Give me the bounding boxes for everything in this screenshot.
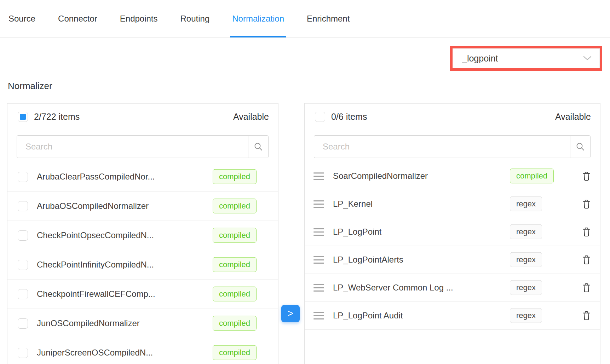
normalizer-name: ArubaClearPassCompiledNor... (37, 172, 155, 182)
normalizer-name: LP_LogPointAlerts (333, 255, 403, 265)
delete-button[interactable] (582, 227, 591, 237)
delete-button[interactable] (582, 311, 591, 321)
status-badge: regex (510, 308, 542, 323)
row-checkbox[interactable] (18, 260, 28, 270)
delete-button[interactable] (582, 283, 591, 293)
tab-label: Enrichment (307, 14, 350, 24)
tab[interactable]: Connector (58, 0, 97, 37)
trash-icon (582, 227, 591, 237)
row-checkbox[interactable] (18, 289, 28, 299)
tab[interactable]: Routing (180, 0, 210, 37)
normalizer-name: SoarCompiledNormalizer (333, 171, 428, 181)
dropdown-selected-value: _logpoint (462, 53, 498, 64)
delete-button[interactable] (582, 199, 591, 209)
status-badge: compiled (213, 345, 257, 360)
trash-icon (582, 255, 591, 265)
selected-normalizer-list: SoarCompiledNormalizer compiled LP_Kerne… (305, 162, 600, 330)
list-item: LP_WebServer Common Log ... regex (305, 274, 600, 302)
available-normalizer-list: ArubaClearPassCompiledNor... compiled Ar… (7, 162, 278, 364)
tab[interactable]: Source (8, 0, 35, 37)
status-badge: compiled (213, 257, 257, 272)
normalization-page: Source Connector Endpoints Routing Norma… (0, 0, 610, 364)
tab-label: Routing (180, 14, 210, 24)
tab-label: Source (8, 14, 35, 24)
available-label: Available (233, 112, 269, 122)
drag-handle-icon[interactable] (313, 284, 324, 292)
list-item: LP_LogPointAlerts regex (305, 246, 600, 274)
tab[interactable]: Enrichment (307, 0, 350, 37)
list-item: LP_LogPoint Audit regex (305, 302, 600, 330)
items-count: 0/6 items (331, 112, 367, 122)
delete-button[interactable] (582, 171, 591, 181)
select-all-checkbox[interactable] (18, 112, 28, 122)
search-input[interactable] (314, 136, 570, 158)
normalizer-name: CheckPointOpsecCompiledN... (37, 230, 154, 240)
available-normalizers-panel: 2/722 items Available ArubaClearPassComp… (7, 103, 278, 364)
tab[interactable]: Endpoints (120, 0, 158, 37)
list-item: LP_Kernel regex (305, 190, 600, 218)
trash-icon (582, 283, 591, 293)
left-search-bar (17, 135, 269, 158)
drag-handle-icon[interactable] (313, 312, 324, 319)
annotation-highlight-box: _logpoint (450, 46, 602, 71)
drag-handle-icon[interactable] (313, 200, 324, 208)
row-checkbox[interactable] (18, 172, 28, 182)
normalizer-name: CheckPointInfinityCompiledN... (37, 260, 154, 270)
row-checkbox[interactable] (18, 230, 28, 241)
status-badge: regex (510, 280, 542, 295)
row-checkbox[interactable] (18, 201, 28, 211)
page-title: Normalizer (8, 81, 52, 92)
status-badge: compiled (213, 228, 257, 243)
items-count: 2/722 items (34, 112, 80, 122)
normalization-policy-dropdown[interactable]: _logpoint (453, 48, 600, 68)
left-panel-header: 2/722 items Available (7, 104, 278, 130)
normalizer-name: CheckpointFirewallCEFComp... (37, 289, 155, 299)
chevron-down-icon (583, 56, 592, 61)
status-badge: regex (510, 252, 542, 267)
tab-label: Normalization (232, 14, 284, 24)
list-item: LP_LogPoint regex (305, 218, 600, 246)
search-input[interactable] (17, 136, 248, 158)
normalizer-name: JuniperScreenOSCompiledN... (37, 348, 153, 358)
search-icon (254, 142, 263, 151)
delete-button[interactable] (582, 255, 591, 265)
status-badge: compiled (213, 316, 257, 331)
status-badge: regex (510, 196, 542, 211)
normalizer-name: ArubaOSCompiledNormalizer (37, 201, 149, 211)
normalizer-name: LP_LogPoint Audit (333, 311, 403, 321)
list-item: CheckpointFirewallCEFComp... compiled (7, 280, 278, 309)
search-button[interactable] (570, 136, 590, 158)
list-item: ArubaOSCompiledNormalizer compiled (7, 192, 278, 221)
drag-handle-icon[interactable] (313, 172, 324, 180)
list-item: CheckPointInfinityCompiledN... compiled (7, 250, 278, 280)
list-item: CheckPointOpsecCompiledN... compiled (7, 221, 278, 250)
tab-bar: Source Connector Endpoints Routing Norma… (0, 0, 610, 38)
status-badge: regex (510, 224, 542, 239)
status-badge: compiled (213, 287, 257, 301)
trash-icon (582, 311, 591, 321)
select-all-checkbox[interactable] (315, 112, 325, 122)
normalizer-name: LP_WebServer Common Log ... (333, 283, 453, 293)
normalizer-name: LP_LogPoint (333, 227, 381, 237)
normalizer-name: JunOSCompiledNormalizer (37, 318, 140, 328)
row-checkbox[interactable] (18, 318, 28, 329)
drag-handle-icon[interactable] (313, 228, 324, 236)
trash-icon (582, 199, 591, 209)
drag-handle-icon[interactable] (313, 256, 324, 264)
search-icon (576, 142, 585, 151)
search-button[interactable] (248, 136, 268, 158)
selected-normalizers-panel: 0/6 items Available SoarCompiledNormaliz… (304, 103, 600, 364)
tab-label: Endpoints (120, 14, 158, 24)
right-search-bar (314, 135, 591, 158)
status-badge: compiled (213, 199, 257, 213)
normalizer-name: LP_Kernel (333, 199, 373, 209)
tab-label: Connector (58, 14, 97, 24)
tab[interactable]: Normalization (232, 0, 284, 37)
available-label: Available (555, 112, 591, 122)
row-checkbox[interactable] (18, 348, 28, 358)
trash-icon (582, 171, 591, 181)
list-item: SoarCompiledNormalizer compiled (305, 162, 600, 190)
move-right-button[interactable]: > (281, 305, 300, 322)
list-item: JunOSCompiledNormalizer compiled (7, 309, 278, 338)
status-badge: compiled (213, 169, 257, 184)
